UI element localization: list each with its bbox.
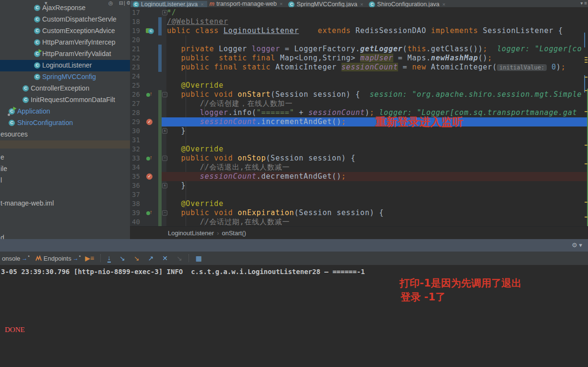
show-execution-point-icon[interactable]: ▶≡ <box>85 254 94 262</box>
step-over-icon[interactable]: ↓ <box>107 254 111 263</box>
line-number: 22 <box>132 54 142 63</box>
line-number: 23 <box>132 63 142 72</box>
annotation-editor-note: 重新登录进入监听 <box>375 115 463 129</box>
sidebar-item-controllerexception[interactable]: CControllerException <box>0 83 130 94</box>
override-method-icon[interactable]: ↑ <box>146 91 154 98</box>
tree-item-label: Application <box>17 107 50 115</box>
tree-item-label: esources <box>0 130 28 138</box>
tree-item-label: t-manage-web.iml <box>0 199 54 207</box>
settings-gear-icon[interactable]: ⚙ ▾ <box>572 241 582 249</box>
line-number: 21 <box>132 45 142 54</box>
stripe-warning-mark <box>585 163 588 164</box>
class-icon: C <box>133 1 139 8</box>
close-icon[interactable]: × <box>280 1 282 7</box>
breadcrumb-item[interactable]: onStart() <box>222 229 246 237</box>
sidebar-item-application[interactable]: CApplication <box>0 106 130 117</box>
code-line: sessionCount.incrementAndGet(); <box>167 117 346 126</box>
tree-item-label: ile <box>0 165 7 172</box>
breadcrumb-item[interactable]: LoginoutListener <box>168 229 214 237</box>
sidebar-item-springmvcconfig[interactable]: CSpringMVCConfig <box>0 71 130 83</box>
sidebar-item-shiroconfiguration[interactable]: CShiroConfiguration <box>0 117 130 129</box>
sidebar-item-loginoutlistener[interactable]: CLoginoutListener <box>0 60 130 71</box>
stripe-warning-mark <box>585 90 588 91</box>
line-number: 31 <box>132 136 142 145</box>
run-overlay-icon <box>39 49 42 53</box>
close-icon[interactable]: × <box>442 1 445 7</box>
hidden-tabs-icon[interactable]: ▾ ≡ <box>580 0 587 6</box>
class-icon: C <box>34 74 41 80</box>
tree-item-label: SpringMVCConfig <box>42 73 96 80</box>
line-number: 34 <box>132 163 142 172</box>
sidebar-item-initrequestcommondatafilt[interactable]: CInitRequestCommonDataFilt <box>0 94 130 106</box>
close-icon[interactable]: × <box>360 1 363 7</box>
run-to-cursor-icon[interactable]: ↘ <box>176 254 182 262</box>
console-tab-onsole[interactable]: onsole→* <box>1 255 30 262</box>
sidebar-item-esources[interactable]: esources <box>0 129 130 140</box>
tree-item-label: HttpParamVerifyValidat <box>42 50 111 57</box>
line-number: 39 <box>132 208 142 218</box>
console-tab-endpoints[interactable]: Endpoints→* <box>31 255 81 262</box>
line-number: 30 <box>132 126 142 136</box>
force-step-into-icon[interactable]: ↘ <box>134 254 140 262</box>
sidebar-item-httpparamverifyvalidat[interactable]: CHttpParamVerifyValidat <box>0 48 130 60</box>
tree-item-label: l <box>0 176 2 184</box>
class-icon: C <box>34 16 41 23</box>
breakpoint-icon[interactable]: ✓ <box>146 173 153 180</box>
ide-window: ▾◎⊟|⚙▾ CAjaxResponseCCustomDispatcherSer… <box>0 0 588 367</box>
vcs-changed-marker <box>158 45 162 72</box>
line-number: 35 <box>132 172 142 181</box>
evaluate-expression-icon[interactable]: ▦ <box>196 254 202 262</box>
override-method-icon[interactable]: ↑ <box>146 155 154 161</box>
editor-tab-bar: CLoginoutListener.java×mtransport-manage… <box>130 0 588 7</box>
class-run-icon: C <box>34 51 41 57</box>
sidebar-item-t-manage-web-iml[interactable]: t-manage-web.iml <box>0 198 130 209</box>
line-number: 27 <box>132 99 142 108</box>
console-tab-bar: onsole→*Endpoints→*▶≡↓↘↘↗✕↘▦ <box>0 252 588 265</box>
line-number: 26 <box>132 90 142 99</box>
sidebar-item-l[interactable]: l <box>0 175 130 186</box>
step-into-icon[interactable]: ↘ <box>119 254 125 262</box>
breakpoint-icon[interactable]: ✓ <box>146 119 153 125</box>
sidebar-item-e[interactable]: e <box>0 152 130 163</box>
code-line: logger.info("======" + sessionCount); lo… <box>167 108 577 117</box>
code-line: @Override <box>167 199 223 208</box>
class-icon: C <box>34 39 41 46</box>
drop-frame-icon[interactable]: ✕ <box>162 254 168 262</box>
maven-module-icon: m <box>210 0 215 7</box>
line-number: 36 <box>132 181 142 190</box>
line-number: 20 <box>132 35 142 45</box>
sidebar-item-ile[interactable]: ile <box>0 163 130 175</box>
annotation-console-note: 打印-1是因为先调用了退出 <box>400 276 521 290</box>
editor[interactable]: 17∧*/18/@WebListener19Cublic class Login… <box>130 7 588 226</box>
sidebar-item-customdispatcherservle[interactable]: CCustomDispatcherServle <box>0 14 130 25</box>
code-line: private Logger logger = LoggerFactory.ge… <box>167 45 582 54</box>
class-icon: C <box>23 97 29 103</box>
close-icon[interactable]: × <box>200 1 203 7</box>
step-out-icon[interactable]: ↗ <box>148 254 154 262</box>
code-line: @Override <box>167 145 223 154</box>
class-icon: C <box>23 85 29 92</box>
override-method-icon[interactable]: ↑ <box>146 209 154 216</box>
tree-item-label: e <box>0 153 4 161</box>
sidebar-item-ajaxresponse[interactable]: CAjaxResponse <box>0 2 130 14</box>
tree-item-label: d <box>0 234 4 239</box>
code-line: @Override <box>167 81 223 90</box>
sidebar-item-customexceptionadvice[interactable]: CCustomExceptionAdvice <box>0 25 130 37</box>
code-line: */ <box>167 8 176 17</box>
tree-scrollbar[interactable] <box>0 140 130 149</box>
code-line: } <box>167 181 186 190</box>
code-line: public void onStop(Session session) { <box>167 154 355 163</box>
code-line: //会话退出,在线人数减一 <box>167 163 290 172</box>
stripe-warning-mark <box>585 202 588 203</box>
code-line: public final static AtomicInteger sessio… <box>167 63 566 72</box>
tree-item-label: ControllerException <box>31 84 89 92</box>
sidebar-item-httpparamverifyintercep[interactable]: CHttpParamVerifyIntercep <box>0 37 130 48</box>
sidebar-item-d[interactable]: d <box>0 232 130 239</box>
tab-transport-manage-web[interactable]: mtransport-manage-web× <box>207 0 286 7</box>
breadcrumb: LoginoutListener›onStart() <box>130 226 588 240</box>
code-line: public static final Map<Long,String> map… <box>167 54 492 63</box>
class-icon: C <box>288 1 294 8</box>
line-number: 24 <box>132 72 142 81</box>
class-icon: C <box>34 28 41 34</box>
debug-toolbar: ⚙ ▾ <box>0 239 588 252</box>
